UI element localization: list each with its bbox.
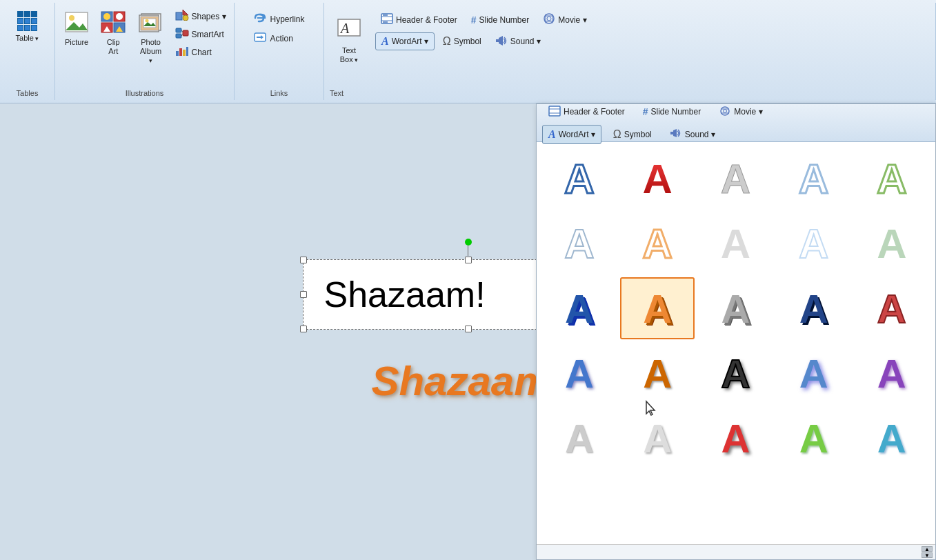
sound-button[interactable]: Sound ▾ [490, 33, 546, 50]
shapes-button[interactable]: Shapes ▾ [171, 8, 230, 25]
wordart-style-21[interactable]: A [542, 407, 617, 469]
panel-movie-label: Movie ▾ [734, 107, 762, 117]
panel-symbol-icon: Ω [613, 128, 621, 141]
clipart-button[interactable]: Clip Art [96, 8, 131, 59]
wordart-style-13[interactable]: A [698, 277, 773, 339]
ribbon-group-illustrations: Picture Clip Art [55, 3, 235, 100]
action-icon [253, 32, 267, 46]
panel-sound-btn[interactable]: Sound ▾ [664, 125, 721, 143]
svg-point-51 [721, 107, 729, 115]
handle-bot-left[interactable] [300, 326, 307, 332]
wordart-style-25[interactable]: A [855, 407, 929, 469]
wordart-style-2[interactable]: A [620, 148, 695, 210]
panel-slide-number-btn[interactable]: # Slide Number [637, 103, 708, 121]
slide-number-button[interactable]: # Slide Number [466, 12, 535, 28]
wordart-style-5[interactable]: A [855, 148, 929, 210]
smartart-label: SmartArt [192, 30, 224, 39]
wordart-style-6[interactable]: A [542, 212, 617, 274]
panel-symbol-btn[interactable]: Ω Symbol [607, 125, 658, 144]
wordart-style-17[interactable]: A [620, 342, 695, 404]
wordart-style-10[interactable]: A [855, 212, 929, 274]
wordart-style-4[interactable]: A [777, 148, 851, 210]
sound-label: Sound ▾ [510, 37, 541, 46]
movie-button[interactable]: Movie ▾ [537, 11, 592, 28]
wordart-style-14[interactable]: A [777, 277, 851, 339]
wordart-grid: A A A A A A A A A A A A A A A A A [542, 148, 930, 469]
svg-rect-48 [549, 106, 560, 116]
smartart-button[interactable]: SmartArt [171, 26, 230, 43]
scroll-up-btn[interactable]: ▲ [922, 546, 933, 552]
wordart-gallery[interactable]: A A A A A A A A A A A A A A A A A [537, 142, 935, 544]
photo-album-button[interactable]: PhotoAlbum [132, 8, 170, 68]
wordart-style-8[interactable]: A [698, 212, 773, 274]
wordart-style-9[interactable]: A [777, 212, 851, 274]
table-label: Table [16, 34, 39, 43]
table-icon [17, 11, 37, 32]
hyperlink-button[interactable]: Hyperlink [249, 11, 308, 28]
svg-point-8 [116, 13, 123, 20]
header-footer-button[interactable]: Header & Footer [375, 11, 463, 28]
wordart-style-15[interactable]: A [855, 277, 929, 339]
action-button[interactable]: Action [249, 30, 297, 47]
textbox-label: TextBox [340, 46, 358, 64]
svg-text:A: A [339, 21, 350, 36]
panel-header-footer-btn[interactable]: Header & Footer [542, 102, 631, 122]
wordart-style-23[interactable]: A [698, 407, 773, 469]
symbol-button[interactable]: Ω Symbol [437, 33, 487, 50]
wordart-panel: Header & Footer # Slide Number [536, 103, 936, 560]
panel-header: Header & Footer # Slide Number [537, 104, 935, 142]
handle-top-mid[interactable] [465, 257, 472, 263]
wordart-icon: A [381, 35, 389, 48]
wordart-style-18[interactable]: A [698, 342, 773, 404]
svg-point-19 [183, 15, 188, 21]
svg-point-52 [724, 109, 727, 112]
wordart-style-7[interactable]: A [620, 212, 695, 274]
handle-mid-left[interactable] [300, 291, 307, 298]
svg-rect-46 [496, 39, 499, 42]
slide-number-icon: # [471, 14, 477, 26]
wordart-style-24[interactable]: A [777, 407, 851, 469]
wordart-style-20[interactable]: A [855, 342, 929, 404]
panel-scroll-controls: ▲ ▼ [537, 544, 935, 559]
panel-sound-label: Sound ▾ [685, 130, 715, 139]
svg-point-41 [547, 17, 551, 21]
handle-bot-mid[interactable] [465, 326, 472, 332]
smartart-icon [175, 28, 189, 41]
svg-marker-56 [673, 129, 677, 137]
panel-wordart-label: WordArt ▾ [559, 130, 595, 139]
scroll-down-btn[interactable]: ▼ [922, 552, 933, 558]
handle-top-left[interactable] [300, 257, 307, 263]
scroll-controls[interactable]: ▲ ▼ [922, 546, 933, 558]
panel-slide-number-label: Slide Number [651, 107, 701, 117]
svg-rect-21 [176, 34, 181, 38]
svg-rect-14 [143, 19, 156, 28]
wordart-style-1[interactable]: A [542, 148, 617, 210]
tables-group-label: Tables [0, 89, 54, 97]
panel-movie-btn[interactable]: Movie ▾ [713, 103, 768, 121]
panel-wordart-btn[interactable]: A WordArt ▾ [542, 125, 601, 144]
wordart-style-3[interactable]: A [698, 148, 773, 210]
wordart-style-12[interactable]: A [620, 277, 695, 339]
wordart-label: WordArt ▾ [392, 37, 428, 46]
rotate-handle[interactable] [465, 239, 472, 246]
chart-button[interactable]: Chart [171, 44, 230, 61]
ribbon-group-text: A TextBox [324, 3, 936, 100]
wordart-style-16[interactable]: A [542, 342, 617, 404]
picture-button[interactable]: Picture [59, 8, 94, 50]
wordart-style-11[interactable]: A [542, 277, 617, 339]
panel-sound-icon [670, 128, 682, 140]
movie-icon [543, 13, 555, 26]
hyperlink-icon [253, 12, 267, 26]
svg-rect-22 [183, 30, 188, 36]
panel-slide-number-icon: # [643, 106, 648, 117]
table-button[interactable]: Table [10, 8, 45, 46]
svg-rect-55 [670, 132, 673, 134]
sound-icon [495, 35, 508, 48]
wordart-style-22[interactable]: A [620, 407, 695, 469]
clipart-label: Clip Art [107, 38, 120, 56]
textbox-button[interactable]: A TextBox [330, 8, 368, 67]
wordart-style-19[interactable]: A [777, 342, 851, 404]
small-illustrations: Shapes ▾ SmartArt [171, 8, 230, 73]
wordart-button[interactable]: A WordArt ▾ [375, 32, 435, 50]
shapes-label: Shapes ▾ [192, 12, 226, 21]
